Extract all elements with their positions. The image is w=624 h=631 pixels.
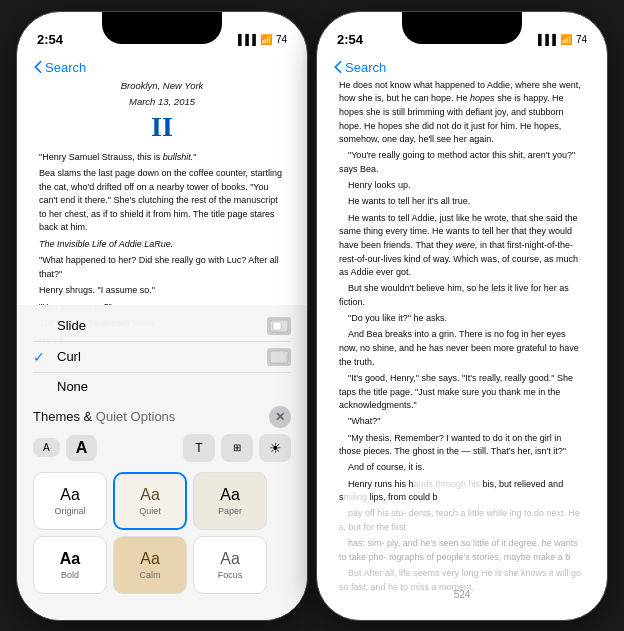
para-1: Bea slams the last page down on the coff… [39, 167, 285, 235]
rp-11: And of course, it is. [339, 461, 585, 475]
theme-focus-label: Focus [218, 570, 243, 580]
book-content-right: He does not know what happened to Addie,… [317, 79, 607, 599]
wifi-icon: 📶 [260, 34, 272, 45]
transition-slide-label: Slide [57, 318, 86, 333]
bottom-panel: Slide ✓ Curl [17, 305, 307, 620]
book-date: March 13, 2015 [39, 95, 285, 110]
theme-calm-label: Calm [139, 570, 160, 580]
layout-button[interactable]: ⊞ [221, 434, 253, 462]
theme-original-aa: Aa [60, 486, 80, 504]
notch-right [402, 12, 522, 44]
rp-0: He does not know what happened to Addie,… [339, 79, 585, 147]
status-icons-left: ▐▐▐ 📶 74 [235, 34, 287, 45]
battery-icon: 74 [276, 34, 287, 45]
back-button-right[interactable]: Search [333, 60, 386, 75]
rp-1: "You're really going to method actor thi… [339, 149, 585, 176]
para-4: Henry shrugs. "I assume so." [39, 284, 285, 298]
rp-4: He wants to tell Addie, just like he wro… [339, 212, 585, 280]
rp-14: has: sim- ply, and he's seen so little o… [339, 537, 585, 564]
phones-container: 2:54 ▐▐▐ 📶 74 Search Brooklyn, New York … [16, 11, 608, 621]
svg-rect-1 [273, 322, 281, 330]
rp-8: "It's good, Henry," she says. "It's real… [339, 372, 585, 413]
status-time-right: 2:54 [337, 32, 363, 47]
theme-calm[interactable]: Aa Calm [113, 536, 187, 594]
font-decrease-button[interactable]: A [33, 438, 60, 457]
status-icons-right: ▐▐▐ 📶 74 [535, 34, 587, 45]
theme-paper-aa: Aa [220, 486, 240, 504]
transition-none-left: None [33, 379, 88, 394]
transition-curl-label: Curl [57, 349, 81, 364]
battery-icon-right: 74 [576, 34, 587, 45]
svg-rect-2 [270, 351, 288, 363]
book-location: Brooklyn, New York [39, 79, 285, 94]
signal-icon-right: ▐▐▐ [535, 34, 556, 45]
signal-icon: ▐▐▐ [235, 34, 256, 45]
theme-bold-label: Bold [61, 570, 79, 580]
rp-10: "My thesis. Remember? I wanted to do it … [339, 432, 585, 459]
transition-none[interactable]: None [33, 373, 291, 400]
font-style-button[interactable]: T [183, 434, 215, 462]
theme-original[interactable]: Aa Original [33, 472, 107, 530]
rp-9: "What?" [339, 415, 585, 429]
nav-bar-right: Search [317, 56, 607, 79]
transition-slide-left: Slide [33, 318, 86, 333]
themes-header: Themes & Quiet Options ✕ [17, 400, 307, 430]
chapter-number: II [39, 112, 285, 143]
rp-2: Henry looks up. [339, 179, 585, 193]
theme-cards: Aa Original Aa Quiet Aa Paper Aa Bold [17, 466, 307, 600]
para-2: The Invisible Life of Addie LaRue. [39, 238, 285, 252]
status-time-left: 2:54 [37, 32, 63, 47]
book-header: Brooklyn, New York March 13, 2015 II [39, 79, 285, 143]
para-0: "Henry Samuel Strauss, this is bullshit.… [39, 151, 285, 165]
theme-paper-label: Paper [218, 506, 242, 516]
page-number: 524 [454, 589, 471, 600]
checkmark-curl: ✓ [33, 349, 49, 365]
curl-icon [267, 348, 291, 366]
font-controls-right: T ⊞ ☀ [183, 434, 291, 462]
theme-calm-aa: Aa [140, 550, 160, 568]
rp-13: pay off his stu- dents, teach a little w… [339, 507, 585, 534]
rp-6: "Do you like it?" he asks. [339, 312, 585, 326]
theme-quiet-aa: Aa [140, 486, 160, 504]
theme-paper[interactable]: Aa Paper [193, 472, 267, 530]
theme-focus-aa: Aa [220, 550, 240, 568]
brightness-button[interactable]: ☀ [259, 434, 291, 462]
transition-none-label: None [57, 379, 88, 394]
right-phone: 2:54 ▐▐▐ 📶 74 Search He does not know wh… [316, 11, 608, 621]
theme-focus[interactable]: Aa Focus [193, 536, 267, 594]
notch [102, 12, 222, 44]
font-increase-button[interactable]: A [66, 435, 98, 461]
rp-12: Henry runs his hands through his bis, bu… [339, 478, 585, 505]
rp-7: And Bea breaks into a grin. There is no … [339, 328, 585, 369]
theme-bold[interactable]: Aa Bold [33, 536, 107, 594]
close-button[interactable]: ✕ [269, 406, 291, 428]
theme-quiet-label: Quiet [139, 506, 161, 516]
themes-title: Themes & Quiet Options [33, 409, 175, 424]
back-button-left[interactable]: Search [33, 60, 86, 75]
nav-bar-left: Search [17, 56, 307, 79]
slide-icon [267, 317, 291, 335]
transition-options: Slide ✓ Curl [17, 305, 307, 400]
rp-3: He wants to tell her it's all true. [339, 195, 585, 209]
theme-bold-aa: Aa [60, 550, 80, 568]
para-3: "What happened to her? Did she really go… [39, 254, 285, 281]
theme-original-label: Original [54, 506, 85, 516]
left-phone: 2:54 ▐▐▐ 📶 74 Search Brooklyn, New York … [16, 11, 308, 621]
font-controls: A A T ⊞ ☀ [17, 430, 307, 466]
transition-curl-left: ✓ Curl [33, 349, 81, 365]
theme-quiet[interactable]: Aa Quiet [113, 472, 187, 530]
wifi-icon-right: 📶 [560, 34, 572, 45]
rp-5: But she wouldn't believe him, so he lets… [339, 282, 585, 309]
transition-slide[interactable]: Slide [33, 311, 291, 342]
transition-curl[interactable]: ✓ Curl [33, 342, 291, 373]
